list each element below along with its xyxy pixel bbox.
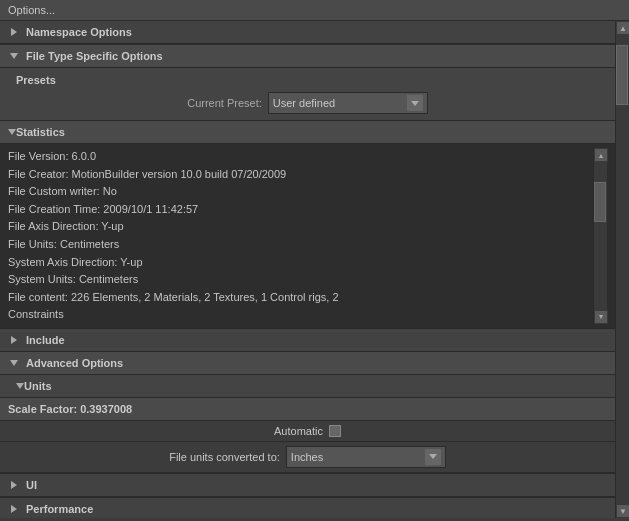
include-arrow bbox=[8, 334, 20, 346]
file-type-arrow bbox=[8, 50, 20, 62]
scale-factor-bar: Scale Factor: 0.3937008 bbox=[0, 398, 615, 421]
stats-scroll-down-btn[interactable]: ▼ bbox=[594, 310, 608, 324]
preset-row: Current Preset: User defined bbox=[16, 92, 599, 114]
preset-select-arrow bbox=[407, 95, 423, 111]
include-header[interactable]: Include bbox=[0, 329, 615, 352]
stat-line-7: System Axis Direction: Y-up bbox=[8, 254, 593, 272]
performance-title: Performance bbox=[26, 503, 93, 515]
stat-line-6: File Units: Centimeters bbox=[8, 236, 593, 254]
include-title: Include bbox=[26, 334, 65, 346]
advanced-options-section: Advanced Options Units Scale Factor: 0.3… bbox=[0, 352, 615, 474]
file-type-section: File Type Specific Options Presets Curre… bbox=[0, 45, 615, 518]
performance-header[interactable]: Performance bbox=[0, 498, 615, 518]
file-units-label: File units converted to: bbox=[169, 451, 280, 463]
statistics-section: Statistics File Version: 6.0.0 File Crea… bbox=[0, 121, 615, 329]
automatic-row: Automatic bbox=[0, 421, 615, 442]
include-section: Include bbox=[0, 329, 615, 352]
stats-scroll-thumb[interactable] bbox=[594, 182, 606, 222]
file-units-select[interactable]: Inches bbox=[286, 446, 446, 468]
statistics-header[interactable]: Statistics bbox=[0, 121, 615, 144]
stat-line-5: File Axis Direction: Y-up bbox=[8, 218, 593, 236]
file-units-row: File units converted to: Inches bbox=[0, 442, 615, 472]
namespace-options-header[interactable]: Namespace Options bbox=[0, 21, 615, 44]
performance-arrow bbox=[8, 503, 20, 515]
preset-select[interactable]: User defined bbox=[268, 92, 428, 114]
scroll-track[interactable] bbox=[616, 35, 629, 504]
units-title: Units bbox=[24, 380, 52, 392]
namespace-options-title: Namespace Options bbox=[26, 26, 132, 38]
advanced-options-title: Advanced Options bbox=[26, 357, 123, 369]
ui-arrow bbox=[8, 479, 20, 491]
statistics-title: Statistics bbox=[16, 126, 65, 138]
units-content: Units Scale Factor: 0.3937008 Automatic … bbox=[0, 375, 615, 473]
file-type-header[interactable]: File Type Specific Options bbox=[0, 45, 615, 68]
stat-line-4: File Creation Time: 2009/10/1 11:42:57 bbox=[8, 201, 593, 219]
automatic-label: Automatic bbox=[274, 425, 323, 437]
stat-line-9: File content: 226 Elements, 2 Materials,… bbox=[8, 289, 593, 307]
statistics-content: File Version: 6.0.0 File Creator: Motion… bbox=[0, 144, 615, 328]
file-units-arrow bbox=[425, 449, 441, 465]
main-scrollbar[interactable]: ▲ ▼ bbox=[615, 21, 629, 518]
scroll-thumb[interactable] bbox=[616, 45, 628, 105]
units-arrow bbox=[16, 383, 24, 389]
stats-scroll-up-btn[interactable]: ▲ bbox=[594, 148, 608, 162]
preset-select-value: User defined bbox=[273, 97, 335, 109]
advanced-options-arrow bbox=[8, 357, 20, 369]
stat-line-8: System Units: Centimeters bbox=[8, 271, 593, 289]
title-bar: Options... bbox=[0, 0, 629, 21]
file-type-title: File Type Specific Options bbox=[26, 50, 163, 62]
statistics-text: File Version: 6.0.0 File Creator: Motion… bbox=[8, 148, 593, 324]
advanced-options-header[interactable]: Advanced Options bbox=[0, 352, 615, 375]
ui-title: UI bbox=[26, 479, 37, 491]
stats-scroll-track[interactable] bbox=[594, 162, 607, 310]
stat-line-3: File Custom writer: No bbox=[8, 183, 593, 201]
scroll-down-btn[interactable]: ▼ bbox=[616, 504, 629, 518]
performance-section: Performance bbox=[0, 498, 615, 518]
statistics-arrow bbox=[8, 129, 16, 135]
stat-line-2: File Creator: MotionBuilder version 10.0… bbox=[8, 166, 593, 184]
statistics-scrollbar[interactable]: ▲ ▼ bbox=[593, 148, 607, 324]
file-units-value: Inches bbox=[291, 451, 323, 463]
presets-label: Presets bbox=[16, 74, 599, 86]
stat-line-1: File Version: 6.0.0 bbox=[8, 148, 593, 166]
ui-section: UI bbox=[0, 474, 615, 498]
units-header[interactable]: Units bbox=[0, 375, 615, 398]
namespace-options-section: Namespace Options bbox=[0, 21, 615, 45]
scale-factor-text: Scale Factor: 0.3937008 bbox=[8, 403, 132, 415]
ui-header[interactable]: UI bbox=[0, 474, 615, 497]
scroll-up-btn[interactable]: ▲ bbox=[616, 21, 629, 35]
current-preset-label: Current Preset: bbox=[187, 97, 262, 109]
namespace-options-arrow bbox=[8, 26, 20, 38]
automatic-checkbox[interactable] bbox=[329, 425, 341, 437]
stat-line-10: Constraints bbox=[8, 306, 593, 324]
title-text: Options... bbox=[8, 4, 55, 16]
presets-section: Presets Current Preset: User defined bbox=[0, 68, 615, 121]
